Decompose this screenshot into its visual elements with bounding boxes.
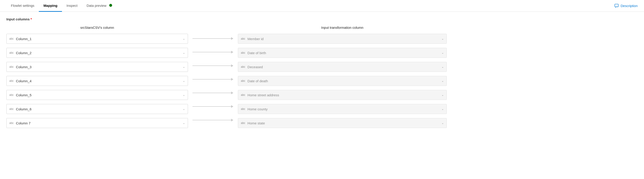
src-dropdown-7[interactable]: abc Column 7 ⌄: [6, 118, 188, 128]
arrow-head-icon: [231, 105, 233, 108]
source-column: srcStarsCSV's column abc Column_1 ⌄ abc …: [6, 26, 188, 132]
dest-dropdown-4[interactable]: abc Date of death ⌄: [238, 76, 447, 86]
arrow-2: [188, 47, 238, 57]
src-dropdown-2[interactable]: abc Column_2 ⌄: [6, 48, 188, 58]
abc-label: abc: [9, 107, 14, 111]
dest-dropdown-2[interactable]: abc Date of birth ⌄: [238, 48, 447, 58]
arrow-head-icon: [231, 51, 233, 53]
src-dropdown-6[interactable]: abc Column_6 ⌄: [6, 104, 188, 114]
chevron-down-icon: ⌄: [183, 37, 185, 40]
arrow-6: [188, 102, 238, 112]
destination-column: Input transformation column abc Member i…: [238, 26, 447, 132]
chevron-down-icon: ⌄: [183, 93, 185, 97]
dest-row-6: abc Home county ⌄: [238, 104, 447, 114]
main-content: Input columns * srcStarsCSV's column abc…: [0, 12, 644, 137]
chevron-down-icon: ⌄: [442, 51, 444, 54]
arrow-head-icon: [231, 64, 233, 67]
arrow-head-icon: [231, 119, 233, 121]
src-row-1: abc Column_1 ⌄: [6, 33, 188, 44]
chevron-down-icon: ⌄: [442, 37, 444, 40]
abc-label: abc: [241, 65, 245, 68]
dest-dropdown-3[interactable]: abc Deceased ⌄: [238, 62, 447, 72]
source-header: srcStarsCSV's column: [6, 26, 188, 29]
tab-inspect[interactable]: Inspect: [62, 0, 82, 12]
src-row-5: abc Column_5 ⌄: [6, 90, 188, 100]
tab-mapping[interactable]: Mapping: [39, 0, 62, 12]
abc-label: abc: [9, 121, 14, 125]
dest-dropdown-6[interactable]: abc Home county ⌄: [238, 104, 447, 114]
arrow-head-icon: [231, 37, 233, 40]
dest-dropdown-5[interactable]: abc Home street address ⌄: [238, 90, 447, 100]
arrow-column: [188, 26, 238, 132]
chevron-down-icon: ⌄: [442, 107, 444, 111]
mapping-area: srcStarsCSV's column abc Column_1 ⌄ abc …: [6, 26, 638, 132]
src-row-4: abc Column_4 ⌄: [6, 76, 188, 86]
src-dropdown-1[interactable]: abc Column_1 ⌄: [6, 34, 188, 44]
input-columns-label: Input columns *: [6, 17, 638, 21]
arrow-5: [188, 88, 238, 98]
chevron-down-icon: ⌄: [442, 121, 444, 125]
chevron-down-icon: ⌄: [183, 121, 185, 125]
src-dropdown-5[interactable]: abc Column_5 ⌄: [6, 90, 188, 100]
dest-row-2: abc Date of birth ⌄: [238, 48, 447, 58]
abc-label: abc: [241, 37, 245, 40]
dest-row-1: abc Member id ⌄: [238, 33, 447, 44]
chevron-down-icon: ⌄: [183, 65, 185, 68]
dest-row-3: abc Deceased ⌄: [238, 62, 447, 72]
status-dot: [109, 4, 112, 7]
src-row-7: abc Column 7 ⌄: [6, 118, 188, 128]
src-dropdown-4[interactable]: abc Column_4 ⌄: [6, 76, 188, 86]
dest-header: Input transformation column: [238, 26, 447, 29]
chevron-down-icon: ⌄: [442, 79, 444, 82]
arrow-1: [188, 33, 238, 43]
abc-label: abc: [241, 121, 245, 125]
arrow-3: [188, 61, 238, 71]
tab-data-preview[interactable]: Data preview: [82, 0, 117, 12]
dest-dropdown-7[interactable]: abc Home state ⌄: [238, 118, 447, 128]
chevron-down-icon: ⌄: [442, 65, 444, 68]
dest-row-7: abc Home state ⌄: [238, 118, 447, 128]
arrow-header-spacer: [212, 26, 214, 29]
arrow-4: [188, 74, 238, 84]
chat-icon: [614, 4, 619, 8]
tab-flowlet-settings[interactable]: Flowlet settings: [6, 0, 39, 12]
top-nav: Flowlet settings Mapping Inspect Data pr…: [0, 0, 644, 12]
abc-label: abc: [9, 65, 14, 68]
src-row-6: abc Column_6 ⌄: [6, 104, 188, 114]
src-dropdown-3[interactable]: abc Column_3 ⌄: [6, 62, 188, 72]
abc-label: abc: [241, 51, 245, 54]
chevron-down-icon: ⌄: [442, 93, 444, 97]
chevron-down-icon: ⌄: [183, 51, 185, 54]
src-row-2: abc Column_2 ⌄: [6, 48, 188, 58]
chevron-down-icon: ⌄: [183, 79, 185, 82]
description-button[interactable]: Description: [614, 4, 638, 8]
arrow-head-icon: [231, 78, 233, 81]
dest-dropdown-1[interactable]: abc Member id ⌄: [238, 34, 447, 44]
abc-label: abc: [9, 51, 14, 54]
abc-label: abc: [241, 93, 245, 97]
abc-label: abc: [241, 107, 245, 111]
abc-label: abc: [9, 37, 14, 40]
abc-label: abc: [9, 93, 14, 97]
src-row-3: abc Column_3 ⌄: [6, 62, 188, 72]
abc-label: abc: [9, 79, 14, 82]
arrow-7: [188, 115, 238, 125]
required-indicator: *: [31, 17, 32, 21]
dest-row-4: abc Date of death ⌄: [238, 76, 447, 86]
chevron-down-icon: ⌄: [183, 107, 185, 111]
svg-rect-0: [615, 4, 618, 7]
abc-label: abc: [241, 79, 245, 82]
dest-row-5: abc Home street address ⌄: [238, 90, 447, 100]
arrow-head-icon: [231, 92, 233, 94]
